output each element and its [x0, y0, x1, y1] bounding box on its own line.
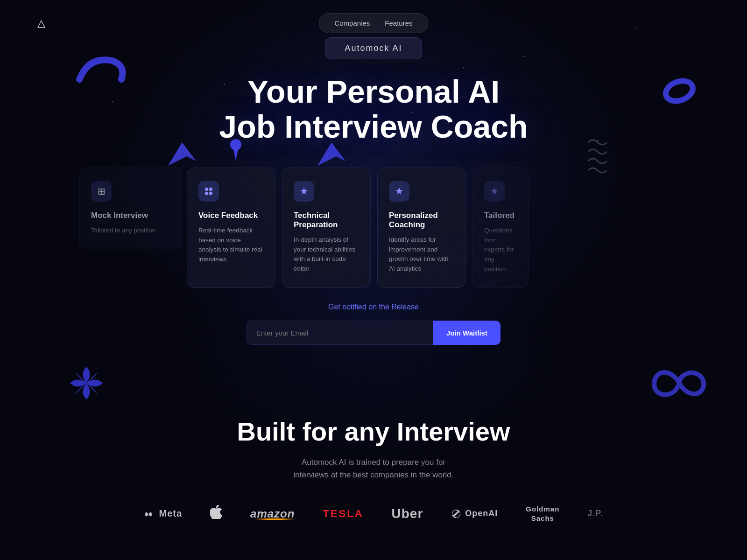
nav-link-features[interactable]: Features	[379, 17, 418, 29]
card-desc-coaching: Identify areas for improvement and growt…	[389, 235, 454, 274]
svg-rect-4	[205, 192, 208, 195]
navbar: △ Companies Features	[0, 0, 747, 46]
join-waitlist-button[interactable]: Join Waitlist	[433, 321, 500, 345]
logo-meta: Meta	[144, 508, 182, 519]
card-desc-tech: In-depth analysis of your technical abil…	[294, 235, 359, 274]
logo-tesla: TESLA	[323, 508, 363, 520]
card-title-tech: Technical Preparation	[294, 211, 359, 230]
card-icon-coaching	[389, 181, 409, 202]
logo-jp: J.P.	[587, 509, 603, 518]
card-partial-left: ⊞ Mock Interview Tailored to any positio…	[79, 168, 182, 249]
card-tech-prep: Technical Preparation In-depth analysis …	[282, 168, 371, 288]
bottom-title: Built for any Interview	[237, 416, 510, 447]
hero-section: Automock AI Your Personal AI Job Intervi…	[0, 37, 747, 345]
svg-rect-2	[205, 188, 208, 191]
email-row: Join Waitlist	[247, 321, 500, 345]
hero-title: Your Personal AI Job Interview Coach	[219, 74, 528, 144]
nav-link-companies[interactable]: Companies	[329, 17, 375, 29]
cards-wrapper: Voice Feedback Real-time feedback based …	[187, 168, 551, 288]
cta-section: Get notified on the Release Join Waitlis…	[247, 303, 500, 345]
card-icon-tech	[294, 181, 314, 202]
card-icon-tailored	[484, 181, 505, 202]
card-desc-mock: Tailored to any position	[91, 226, 170, 236]
card-tailored: Tailored Questions from experts for any …	[472, 168, 529, 288]
card-coaching: Personalized Coaching Identify areas for…	[377, 168, 466, 288]
blob-flower-left	[61, 357, 112, 411]
card-icon-voice	[198, 181, 219, 202]
card-title-coaching: Personalized Coaching	[389, 211, 454, 230]
logo: △	[37, 17, 45, 29]
card-title-voice: Voice Feedback	[198, 211, 264, 220]
logo-apple	[210, 505, 222, 522]
card-desc-tailored: Questions from experts for any position	[484, 226, 517, 275]
card-title-mock: Mock Interview	[91, 211, 170, 220]
cards-section: ⊞ Mock Interview Tailored to any positio…	[0, 168, 747, 288]
svg-rect-3	[209, 188, 212, 191]
blob-infinity-right	[649, 367, 710, 401]
card-voice-feedback: Voice Feedback Real-time feedback based …	[187, 168, 275, 288]
nav-links: Companies Features	[319, 13, 428, 33]
company-logos-row: Meta amazon TESLA Uber OpenAI GoldmanSac…	[144, 504, 603, 523]
svg-rect-5	[209, 192, 212, 195]
cta-label: Get notified on the Release	[328, 303, 419, 311]
bottom-section: Built for any Interview Automock AI is t…	[0, 416, 747, 523]
logo-openai: OpenAI	[451, 509, 498, 519]
card-icon-mock: ⊞	[91, 181, 112, 202]
bottom-subtitle: Automock AI is trained to prepare you fo…	[293, 456, 453, 481]
logo-amazon: amazon	[250, 507, 295, 520]
card-desc-voice: Real-time feedback based on voice analys…	[198, 226, 264, 265]
email-input[interactable]	[247, 321, 433, 345]
logo-goldman: GoldmanSachs	[526, 504, 559, 523]
logo-uber: Uber	[392, 506, 423, 521]
card-title-tailored: Tailored	[484, 211, 517, 220]
